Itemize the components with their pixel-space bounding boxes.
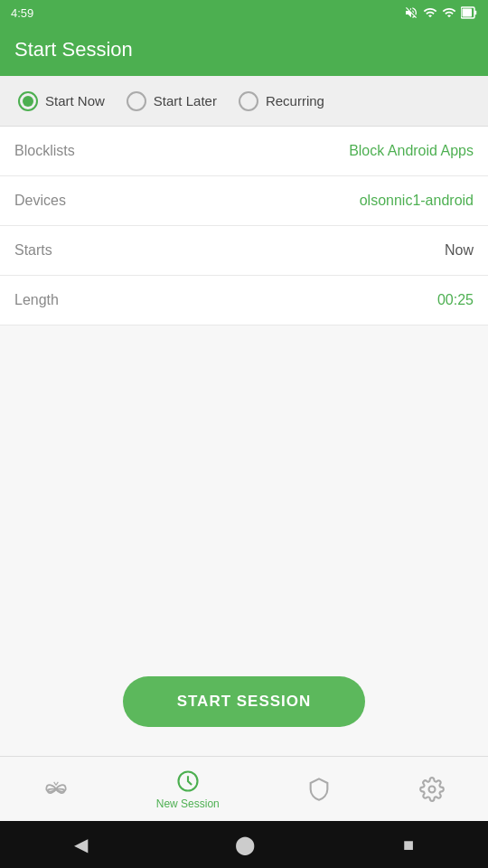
length-label: Length	[14, 292, 59, 308]
start-session-button[interactable]: START SESSION	[123, 676, 366, 727]
nav-settings[interactable]	[419, 777, 445, 802]
starts-row[interactable]: Starts Now	[0, 226, 488, 276]
signal-icon	[442, 5, 456, 20]
android-recents-button[interactable]: ■	[403, 835, 414, 855]
tab-start-now[interactable]: Start Now	[7, 76, 116, 126]
devices-value: olsonnic1-android	[360, 193, 474, 209]
page-title: Start Session	[14, 38, 133, 61]
svg-point-6	[428, 786, 435, 792]
length-value: 00:25	[437, 292, 474, 308]
starts-label: Starts	[14, 242, 52, 259]
battery-icon	[461, 6, 477, 19]
android-back-button[interactable]: ◀	[74, 834, 88, 855]
nav-new-session[interactable]: New Session	[156, 769, 220, 810]
android-home-button[interactable]: ⬤	[235, 834, 255, 855]
butterfly-icon	[43, 777, 69, 802]
tab-start-now-label: Start Now	[45, 93, 105, 108]
status-time: 4:59	[11, 6, 33, 20]
radio-start-now[interactable]	[18, 91, 38, 111]
length-row[interactable]: Length 00:25	[0, 276, 488, 326]
svg-line-4	[56, 781, 58, 785]
devices-label: Devices	[14, 193, 66, 209]
gear-icon	[419, 777, 445, 802]
devices-row[interactable]: Devices olsonnic1-android	[0, 176, 488, 226]
tab-recurring[interactable]: Recurring	[228, 76, 335, 126]
radio-start-later[interactable]	[127, 91, 146, 111]
radio-inner-start-now	[23, 96, 33, 107]
svg-rect-2	[463, 9, 473, 17]
tab-recurring-label: Recurring	[266, 93, 324, 108]
tab-row: Start Now Start Later Recurring	[0, 76, 488, 127]
mute-icon	[404, 5, 418, 20]
bottom-nav: New Session	[0, 756, 488, 821]
android-nav-bar: ◀ ⬤ ■	[0, 821, 488, 868]
shield-icon	[306, 777, 332, 802]
blocklists-row[interactable]: Blocklists Block Android Apps	[0, 127, 488, 176]
nav-shield[interactable]	[306, 777, 332, 802]
starts-value: Now	[445, 242, 474, 259]
page-header: Start Session	[0, 25, 488, 76]
tab-start-later-label: Start Later	[154, 93, 217, 108]
status-icons	[404, 5, 477, 20]
content-area: Blocklists Block Android Apps Devices ol…	[0, 127, 488, 756]
status-bar: 4:59	[0, 0, 488, 25]
radio-recurring[interactable]	[239, 91, 258, 111]
wifi-icon	[423, 5, 437, 20]
tab-start-later[interactable]: Start Later	[116, 76, 228, 126]
clock-icon	[175, 769, 201, 794]
blocklists-value: Block Android Apps	[349, 143, 474, 159]
content-spacer	[0, 326, 488, 655]
svg-rect-1	[474, 11, 476, 15]
nav-butterfly[interactable]	[43, 777, 69, 802]
start-btn-container: START SESSION	[0, 655, 488, 756]
nav-new-session-label: New Session	[156, 797, 220, 810]
blocklists-label: Blocklists	[14, 143, 75, 159]
